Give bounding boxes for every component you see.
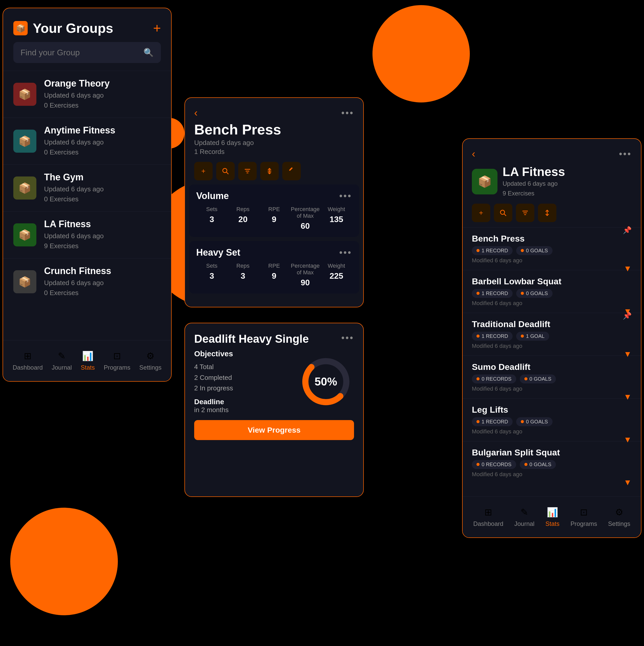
search-input[interactable]	[20, 48, 139, 58]
stat-value: 60	[290, 221, 321, 231]
stat-reps: Reps 20	[227, 206, 259, 231]
list-item[interactable]: 📦 Orange Theory Updated 6 days ago 0 Exe…	[3, 71, 171, 118]
avatar: 📦	[13, 130, 36, 153]
list-item[interactable]: Leg Lifts 1 RECORD 0 GOALS Modified 6 da…	[463, 398, 641, 441]
list-item[interactable]: 📌 Bench Press 1 RECORD 0 GOALS Modified …	[463, 227, 641, 270]
stats-label: Stats	[81, 364, 95, 371]
chevron-down-icon[interactable]: ▼	[624, 478, 632, 487]
exercise-modified: Modified 6 days ago	[472, 386, 632, 392]
more-menu-button[interactable]: •••	[341, 108, 354, 118]
nav-stats[interactable]: 📊 Stats	[81, 351, 95, 371]
volume-section: Volume ••• Sets 3 Reps 20 RPE 9 Percenta…	[189, 185, 359, 237]
heavy-set-section: Heavy Set ••• Sets 3 Reps 3 RPE 9 Percen…	[189, 241, 359, 294]
journal-label: Journal	[514, 520, 535, 527]
filter-button[interactable]	[238, 162, 257, 180]
nav-stats[interactable]: 📊 Stats	[545, 507, 559, 527]
chevron-down-icon[interactable]: ▼	[624, 264, 632, 273]
stat-value: 20	[227, 215, 259, 224]
groups-list: 📦 Orange Theory Updated 6 days ago 0 Exe…	[3, 71, 171, 305]
list-item[interactable]: 📦 Anytime Fitness Updated 6 days ago 0 E…	[3, 118, 171, 165]
groups-title-text: Your Groups	[33, 20, 113, 36]
badge-dot	[521, 249, 524, 252]
section-more-button[interactable]: •••	[339, 247, 352, 258]
search-button[interactable]	[216, 162, 235, 180]
list-item[interactable]: 📦 LA Fitness Updated 6 days ago 9 Exerci…	[3, 211, 171, 258]
exercise-modified: Modified 6 days ago	[472, 428, 632, 435]
list-item[interactable]: 📦 The Gym Updated 6 days ago 0 Exercises	[3, 165, 171, 211]
add-button[interactable]: +	[472, 204, 490, 222]
stat-weight: Weight 225	[321, 262, 352, 288]
stat-label: Percentage of Max	[290, 262, 321, 276]
deadlift-more-button[interactable]: •••	[341, 332, 354, 343]
section-title: Heavy Set	[196, 247, 240, 258]
sort-button[interactable]	[538, 204, 556, 222]
group-info: Anytime Fitness Updated 6 days ago 0 Exe…	[44, 125, 161, 157]
search-bar[interactable]: 🔍	[13, 42, 161, 63]
list-item[interactable]: Sumo Deadlift 0 RECORDS 0 GOALS Modified…	[463, 355, 641, 398]
journal-label: Journal	[52, 364, 72, 371]
deadlift-header: Deadlift Heavy Single •••	[185, 323, 363, 349]
chevron-down-icon[interactable]: ▼	[624, 392, 632, 402]
nav-settings[interactable]: ⚙ Settings	[139, 351, 162, 371]
deadlift-body: Objectives 4 Total 2 Completed 2 In prog…	[185, 349, 363, 414]
more-menu-button[interactable]: •••	[619, 148, 632, 159]
pin-button[interactable]	[282, 162, 301, 180]
bench-press-panel: ‹ ••• Bench Press Updated 6 days ago 1 R…	[185, 97, 364, 307]
stat-label: Sets	[196, 262, 227, 269]
stat-label: Weight	[321, 262, 352, 269]
avatar: 📦	[13, 83, 36, 106]
goals-badge: 1 GOAL	[516, 332, 549, 341]
list-item[interactable]: Barbell Lowbar Squat 1 RECORD 0 GOALS Mo…	[463, 270, 641, 313]
progress-donut: 50%	[298, 353, 354, 410]
settings-icon: ⚙	[146, 351, 154, 361]
filter-button[interactable]	[516, 204, 534, 222]
nav-programs[interactable]: ⊡ Programs	[104, 351, 130, 371]
badge-dot	[476, 420, 479, 423]
back-button[interactable]: ‹	[472, 148, 475, 159]
nav-journal[interactable]: ✎ Journal	[514, 507, 535, 527]
sort-button[interactable]	[260, 162, 279, 180]
la-fitness-panel: ‹ ••• 📦 LA Fitness Updated 6 days ago 9 …	[462, 138, 641, 538]
badge-text: 0 GOALS	[530, 461, 551, 467]
add-group-button[interactable]: +	[153, 20, 161, 36]
list-item[interactable]: 📦 Crunch Fitness Updated 6 days ago 0 Ex…	[3, 258, 171, 305]
svg-line-10	[504, 214, 506, 216]
groups-header: 📦 Your Groups +	[3, 8, 171, 42]
exercise-name: Leg Lifts	[472, 405, 632, 415]
section-more-button[interactable]: •••	[339, 191, 352, 201]
badge-dot	[476, 334, 479, 338]
avatar: 📦	[13, 223, 36, 246]
group-info: The Gym Updated 6 days ago 0 Exercises	[44, 172, 161, 204]
search-button[interactable]	[494, 204, 512, 222]
add-button[interactable]: +	[194, 162, 213, 180]
groups-title-container: 📦 Your Groups	[13, 20, 113, 36]
exercise-name: Bulgarian Split Squat	[472, 447, 632, 457]
nav-settings[interactable]: ⚙ Settings	[608, 507, 630, 527]
list-item[interactable]: Bulgarian Split Squat 0 RECORDS 0 GOALS …	[463, 441, 641, 484]
back-button[interactable]: ‹	[194, 107, 198, 119]
view-progress-button[interactable]: View Progress	[194, 420, 354, 440]
exercise-name: Barbell Lowbar Squat	[472, 277, 632, 286]
objectives-completed: 2 Completed	[194, 372, 290, 383]
badge-text: 0 GOALS	[526, 248, 548, 253]
group-info: LA Fitness Updated 6 days ago 9 Exercise…	[44, 219, 161, 251]
list-item[interactable]: 📌 Traditional Deadlift 1 RECORD 1 GOAL M…	[463, 313, 641, 355]
records-badge: 0 RECORDS	[472, 460, 516, 469]
pin-icon: 📌	[623, 226, 632, 234]
nav-dashboard[interactable]: ⊞ Dashboard	[473, 507, 503, 527]
settings-label: Settings	[139, 364, 162, 371]
journal-icon: ✎	[521, 507, 528, 518]
exercise-badges: 1 RECORD 0 GOALS	[472, 417, 632, 426]
chevron-down-icon[interactable]: ▼	[624, 349, 632, 359]
chevron-down-icon[interactable]: ▼	[624, 435, 632, 444]
bench-nav-row: ‹ •••	[194, 107, 354, 119]
exercise-name: Bench Press	[472, 234, 632, 244]
section-header: Volume •••	[196, 191, 352, 201]
deadlift-panel: Deadlift Heavy Single ••• Objectives 4 T…	[185, 323, 364, 497]
records-badge: 0 RECORDS	[472, 374, 516, 384]
nav-journal[interactable]: ✎ Journal	[52, 351, 72, 371]
groups-title-icon: 📦	[13, 21, 28, 35]
la-updated: Updated 6 days ago	[503, 179, 565, 189]
nav-programs[interactable]: ⊡ Programs	[570, 507, 597, 527]
nav-dashboard[interactable]: ⊞ Dashboard	[13, 351, 42, 371]
